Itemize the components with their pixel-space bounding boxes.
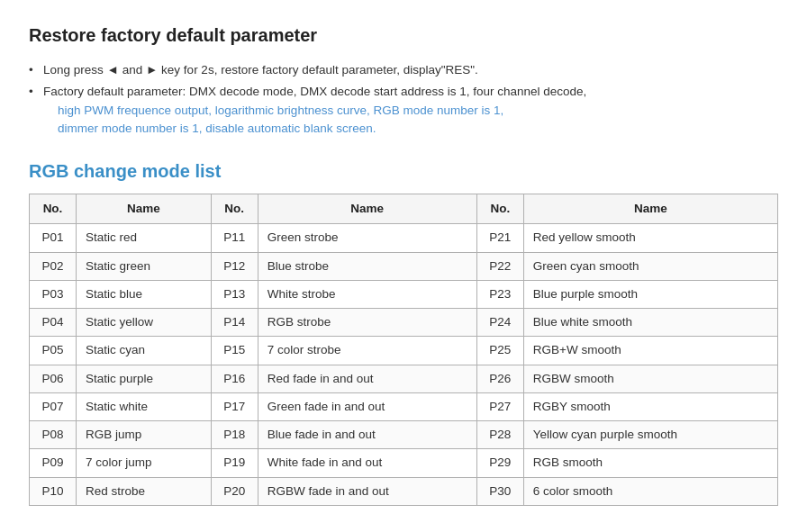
table-cell-no: P05 xyxy=(30,337,77,365)
bullet-2-indent1: high PWM frequence output, logarithmic b… xyxy=(43,104,503,117)
table-cell-no: P12 xyxy=(211,252,258,280)
table-cell-name: Static green xyxy=(77,252,212,280)
table-cell-no: P15 xyxy=(211,337,258,365)
table-cell-no: P21 xyxy=(476,224,523,252)
table-cell-no: P24 xyxy=(476,309,523,337)
table-cell-no: P19 xyxy=(211,449,258,477)
rgb-table: No. Name No. Name No. Name P01Static red… xyxy=(29,194,778,506)
table-cell-no: P08 xyxy=(30,421,77,449)
table-row: P07Static whiteP17Green fade in and outP… xyxy=(30,392,778,420)
table-cell-name: White fade in and out xyxy=(258,449,476,477)
table-cell-no: P23 xyxy=(476,280,523,308)
table-cell-name: Green fade in and out xyxy=(258,392,476,420)
table-cell-no: P17 xyxy=(211,392,258,420)
table-cell-name: 6 color smooth xyxy=(523,477,777,505)
table-cell-no: P10 xyxy=(30,477,77,505)
table-cell-no: P18 xyxy=(211,421,258,449)
table-row: P05Static cyanP157 color strobeP25RGB+W … xyxy=(30,337,778,365)
table-cell-no: P14 xyxy=(211,309,258,337)
rgb-section-title: RGB change mode list xyxy=(29,158,778,185)
col-header-name1: Name xyxy=(77,194,212,224)
bullet-1: Long press ◄ and ► key for 2s, restore f… xyxy=(29,61,778,79)
table-cell-no: P09 xyxy=(30,449,77,477)
table-row: P10Red strobeP20RGBW fade in and outP306… xyxy=(30,477,778,505)
table-cell-name: RGBY smooth xyxy=(523,392,777,420)
table-cell-name: RGB smooth xyxy=(523,449,777,477)
table-cell-name: White strobe xyxy=(258,280,476,308)
col-header-no1: No. xyxy=(30,194,77,224)
table-cell-no: P22 xyxy=(476,252,523,280)
table-cell-name: Blue purple smooth xyxy=(523,280,777,308)
table-cell-name: Red yellow smooth xyxy=(523,224,777,252)
bullet-2-indent2: dimmer mode number is 1, disable automat… xyxy=(43,122,376,135)
table-cell-no: P03 xyxy=(30,280,77,308)
table-cell-name: Yellow cyan purple smooth xyxy=(523,421,777,449)
col-header-no3: No. xyxy=(476,194,523,224)
table-cell-no: P28 xyxy=(476,421,523,449)
table-cell-name: Blue fade in and out xyxy=(258,421,476,449)
table-cell-name: Static white xyxy=(77,392,212,420)
table-cell-name: 7 color strobe xyxy=(258,337,476,365)
table-cell-name: 7 color jump xyxy=(77,449,212,477)
table-row: P04Static yellowP14RGB strobeP24Blue whi… xyxy=(30,309,778,337)
table-cell-name: Static yellow xyxy=(77,309,212,337)
table-cell-no: P01 xyxy=(30,224,77,252)
table-cell-no: P25 xyxy=(476,337,523,365)
and-text: and xyxy=(122,63,143,77)
bullet-1-rest: key for 2s, restore factory default para… xyxy=(161,63,478,77)
table-cell-name: Blue strobe xyxy=(258,252,476,280)
table-cell-no: P20 xyxy=(211,477,258,505)
table-cell-name: RGBW smooth xyxy=(523,365,777,392)
table-row: P06Static purpleP16Red fade in and outP2… xyxy=(30,365,778,392)
table-cell-no: P11 xyxy=(211,224,258,252)
page-title: Restore factory default parameter xyxy=(29,22,778,49)
table-header-row: No. Name No. Name No. Name xyxy=(30,194,778,224)
table-cell-no: P13 xyxy=(211,280,258,308)
table-cell-no: P06 xyxy=(30,365,77,392)
bullet-2: Factory default parameter: DMX decode mo… xyxy=(29,83,778,138)
table-cell-no: P02 xyxy=(30,252,77,280)
table-cell-no: P29 xyxy=(476,449,523,477)
table-cell-name: Blue white smooth xyxy=(523,309,777,337)
table-row: P097 color jumpP19White fade in and outP… xyxy=(30,449,778,477)
table-cell-name: Red strobe xyxy=(77,477,212,505)
right-key-symbol: ► xyxy=(146,63,161,77)
table-cell-no: P04 xyxy=(30,309,77,337)
bullet-list: Long press ◄ and ► key for 2s, restore f… xyxy=(29,61,778,138)
col-header-name2: Name xyxy=(258,194,476,224)
table-cell-name: Static blue xyxy=(77,280,212,308)
table-body: P01Static redP11Green strobeP21Red yello… xyxy=(30,224,778,506)
table-row: P02Static greenP12Blue strobeP22Green cy… xyxy=(30,252,778,280)
table-cell-name: Static cyan xyxy=(77,337,212,365)
table-cell-name: RGB+W smooth xyxy=(523,337,777,365)
table-cell-name: Green strobe xyxy=(258,224,476,252)
table-cell-name: Static red xyxy=(77,224,212,252)
col-header-name3: Name xyxy=(523,194,777,224)
table-cell-name: RGB jump xyxy=(77,421,212,449)
left-key-symbol: ◄ xyxy=(107,63,122,77)
table-cell-name: Green cyan smooth xyxy=(523,252,777,280)
table-cell-no: P26 xyxy=(476,365,523,392)
table-cell-no: P16 xyxy=(211,365,258,392)
table-row: P03Static blueP13White strobeP23Blue pur… xyxy=(30,280,778,308)
table-row: P01Static redP11Green strobeP21Red yello… xyxy=(30,224,778,252)
bullet-2-main: Factory default parameter: DMX decode mo… xyxy=(43,85,586,98)
col-header-no2: No. xyxy=(211,194,258,224)
table-cell-no: P27 xyxy=(476,392,523,420)
table-cell-name: RGBW fade in and out xyxy=(258,477,476,505)
table-cell-name: RGB strobe xyxy=(258,309,476,337)
table-cell-no: P07 xyxy=(30,392,77,420)
table-cell-name: Static purple xyxy=(77,365,212,392)
table-row: P08RGB jumpP18Blue fade in and outP28Yel… xyxy=(30,421,778,449)
table-cell-no: P30 xyxy=(476,477,523,505)
table-cell-name: Red fade in and out xyxy=(258,365,476,392)
press-long-text: Long press xyxy=(43,63,104,77)
